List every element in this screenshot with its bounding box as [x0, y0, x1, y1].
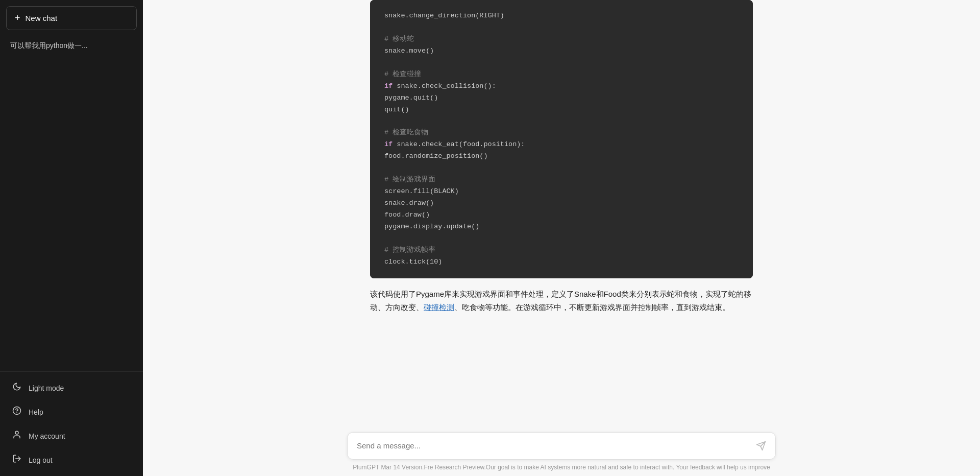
- code-line: snake.change_direction(RIGHT): [384, 10, 739, 22]
- send-icon: [756, 441, 766, 451]
- svg-point-2: [15, 431, 18, 434]
- code-line: pygame.display.update(): [384, 221, 739, 233]
- moon-icon: [12, 382, 21, 391]
- code-block-wrapper: snake.change_direction(RIGHT) # 移动蛇snake…: [370, 0, 753, 278]
- chat-item-label: 可以帮我用python做一...: [10, 41, 88, 51]
- sidebar-item-label-my-account: My account: [29, 432, 65, 440]
- plus-icon: +: [15, 13, 20, 23]
- send-button[interactable]: [756, 441, 766, 451]
- user-icon: [12, 430, 21, 439]
- code-block: snake.change_direction(RIGHT) # 移动蛇snake…: [370, 0, 753, 278]
- message-input[interactable]: [357, 440, 756, 452]
- code-line: if snake.check_eat(food.position):: [384, 139, 739, 151]
- logout-icon: [12, 454, 21, 463]
- code-line: # 绘制游戏界面: [384, 174, 739, 186]
- sidebar-item-help[interactable]: Help: [4, 400, 139, 424]
- chat-list: 可以帮我用python做一... 🗑: [0, 34, 143, 371]
- sidebar-item-label-help: Help: [29, 408, 43, 416]
- code-line: # 检查碰撞: [384, 69, 739, 81]
- code-line: snake.draw(): [384, 198, 739, 209]
- chat-item[interactable]: 可以帮我用python做一... 🗑: [4, 36, 139, 56]
- code-line: snake.move(): [384, 45, 739, 57]
- input-area: PlumGPT Mar 14 Version.Fre Research Prev…: [143, 424, 980, 476]
- sidebar-item-log-out[interactable]: Log out: [4, 448, 139, 472]
- help-icon: [12, 406, 21, 415]
- sidebar-item-label-light-mode: Light mode: [29, 384, 64, 392]
- sidebar-bottom: Light mode Help My account Log out: [0, 371, 143, 476]
- code-line: [384, 115, 739, 127]
- collision-link[interactable]: 碰撞检测: [424, 303, 454, 312]
- code-line: food.randomize_position(): [384, 151, 739, 162]
- main-content: snake.change_direction(RIGHT) # 移动蛇snake…: [143, 0, 980, 476]
- code-line: # 检查吃食物: [384, 127, 739, 139]
- message-input-box: [347, 432, 776, 460]
- code-line: [384, 233, 739, 245]
- code-line: pygame.quit(): [384, 92, 739, 104]
- code-line: food.draw(): [384, 209, 739, 221]
- new-chat-label: New chat: [26, 14, 58, 22]
- code-line: quit(): [384, 104, 739, 116]
- code-line: if snake.check_collision():: [384, 81, 739, 92]
- code-line: screen.fill(BLACK): [384, 186, 739, 198]
- code-line: [384, 22, 739, 34]
- code-line: [384, 57, 739, 69]
- code-line: # 控制游戏帧率: [384, 245, 739, 256]
- code-line: [384, 162, 739, 174]
- response-text: 该代码使用了Pygame库来实现游戏界面和事件处理，定义了Snake和Food类…: [370, 278, 753, 330]
- footer-text: PlumGPT Mar 14 Version.Fre Research Prev…: [353, 464, 770, 471]
- code-line: clock.tick(10): [384, 256, 739, 268]
- code-line: # 移动蛇: [384, 34, 739, 45]
- sidebar-item-light-mode[interactable]: Light mode: [4, 376, 139, 400]
- new-chat-button[interactable]: + New chat: [6, 6, 137, 30]
- chat-scroll: snake.change_direction(RIGHT) # 移动蛇snake…: [143, 0, 980, 424]
- chat-content: snake.change_direction(RIGHT) # 移动蛇snake…: [143, 0, 980, 329]
- sidebar: + New chat 可以帮我用python做一... 🗑 Light mode…: [0, 0, 143, 476]
- sidebar-item-label-log-out: Log out: [29, 456, 53, 464]
- sidebar-item-my-account[interactable]: My account: [4, 424, 139, 448]
